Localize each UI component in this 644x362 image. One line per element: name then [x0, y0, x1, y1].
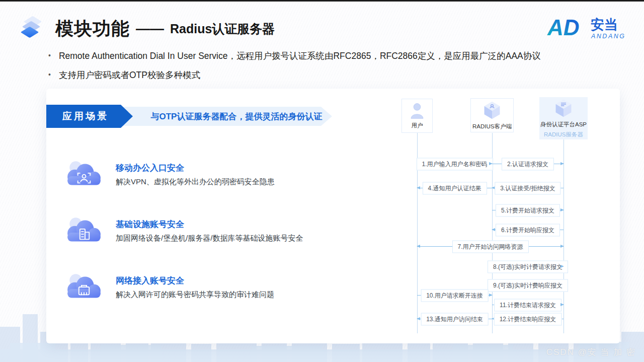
- cube-server-icon: [553, 98, 574, 118]
- bullet-item: • Remote Authentication Dial In User Ser…: [48, 50, 602, 62]
- seq-message-label: 5.计费开始请求报文: [496, 204, 560, 217]
- content-card: 与OTP认证服务器配合，提供灵活的身份认证 应用场景: [46, 89, 620, 343]
- layered-diamond-icon: [21, 15, 48, 42]
- cube-client-icon: [482, 100, 502, 120]
- intro-bullets: • Remote Authentication Dial In User Ser…: [48, 50, 602, 88]
- seq-message-8: 8.(可选)实时计费请求报文: [492, 266, 564, 267]
- feature-network-access: 网络接入账号安全 解决入网许可的账号密码共享导致的审计难问题: [64, 272, 274, 302]
- feature-text: 移动办公入口安全 解决VPN、虚拟化等外出办公的弱密码安全隐患: [116, 162, 275, 187]
- feature-title: 移动办公入口安全: [116, 162, 275, 174]
- bullet-text: Remote Authentication Dial In User Servi…: [59, 50, 541, 62]
- logo-name-en: ANDANG: [591, 33, 625, 40]
- feature-desc: 解决VPN、虚拟化等外出办公的弱密码安全隐患: [116, 177, 275, 187]
- bullet-dot: •: [48, 69, 51, 82]
- actor-radius-client: RADIUS客户端: [470, 98, 514, 132]
- slide-header: 模块功能 —— Radius认证服务器: [21, 15, 275, 42]
- seq-message-7: 7.用户开始访问网络资源: [417, 246, 564, 247]
- seq-message-label: 13.通知用户访问结束: [421, 313, 489, 326]
- page-subtitle: Radius认证服务器: [170, 21, 275, 37]
- top-black-bar: [0, 0, 644, 2]
- csdn-watermark: CSDN @安 当 加 密: [546, 346, 636, 358]
- seq-message-label: 1.用户输入用户名和密码: [416, 158, 493, 171]
- seq-message-label: 9.(可选)实时计费响应报文: [488, 279, 568, 292]
- lan-port-cloud-icon: [64, 272, 104, 302]
- seq-message-11: 11.计费结束请求报文: [492, 305, 564, 305]
- logo-mark: AD: [547, 15, 580, 40]
- slide: 模块功能 —— Radius认证服务器 AD 安当 ANDANG • Remot…: [0, 0, 644, 362]
- seq-message-3: 3.认证接受/拒绝报文: [492, 188, 564, 188]
- page-title: 模块功能: [55, 17, 130, 41]
- seq-message-label: 6.计费开始响应报文: [496, 224, 560, 237]
- andang-logo: AD 安当 ANDANG: [546, 13, 626, 44]
- seq-message-9: 9.(可选)实时计费响应报文: [492, 285, 564, 285]
- seq-message-label: 3.认证接受/拒绝报文: [495, 182, 560, 195]
- feature-title: 网络接入账号安全: [116, 275, 274, 286]
- actor-identity-platform: 身份认证平台ASP RADIUS服务器: [539, 97, 588, 139]
- bullet-text: 支持用户密码或者OTP校验多种模式: [59, 69, 200, 82]
- actor-sublabel: RADIUS服务器: [544, 131, 583, 138]
- seq-message-5: 5.计费开始请求报文: [492, 210, 564, 210]
- scenario-banner-text-band: 与OTP认证服务器配合，提供灵活的身份认证: [122, 107, 332, 126]
- feature-mobile-office: 移动办公入口安全 解决VPN、虚拟化等外出办公的弱密码安全隐患: [64, 159, 275, 189]
- seq-message-12: 12.计费结束响应报文: [492, 319, 564, 319]
- bullet-item: • 支持用户密码或者OTP校验多种模式: [48, 69, 602, 82]
- actor-user: 用户: [401, 99, 433, 133]
- actor-label: 用户: [412, 122, 423, 129]
- seq-message-13: 13.通知用户访问结束: [417, 319, 492, 319]
- face-scan-cloud-icon: [64, 159, 104, 189]
- seq-message-label: 2.认证请求报文: [502, 158, 554, 171]
- feature-desc: 解决入网许可的账号密码共享导致的审计难问题: [116, 290, 274, 300]
- user-icon: [409, 102, 426, 119]
- seq-message-label: 7.用户开始访问网络资源: [452, 241, 528, 253]
- building-cloud-icon: [64, 215, 104, 246]
- seq-message-label: 10.用户请求断开连接: [421, 289, 489, 302]
- actor-label: RADIUS客户端: [472, 123, 512, 130]
- scenario-banner-text: 与OTP认证服务器配合，提供灵活的身份认证: [151, 111, 323, 122]
- feature-text: 网络接入账号安全 解决入网许可的账号密码共享导致的审计难问题: [116, 275, 274, 300]
- seq-message-6: 6.计费开始响应报文: [492, 230, 564, 230]
- seq-message-label: 12.计费结束响应报文: [494, 313, 562, 326]
- scenario-banner-label: 应用场景: [46, 105, 133, 128]
- seq-message-4: 4.通知用户认证结果: [417, 188, 492, 188]
- logo-name-cn: 安当: [591, 17, 618, 32]
- seq-message-label: 11.计费结束请求报文: [494, 299, 561, 312]
- seq-message-10: 10.用户请求断开连接: [417, 295, 492, 296]
- feature-text: 基础设施账号安全 加固网络设备/堡垒机/服务器/数据库等基础设施账号安全: [116, 219, 303, 243]
- actor-label: 身份认证平台ASP: [540, 121, 587, 128]
- scenario-banner-label-text: 应用场景: [62, 110, 109, 123]
- seq-message-2: 2.认证请求报文: [492, 164, 564, 164]
- seq-message-label: 4.通知用户认证结果: [422, 182, 487, 195]
- feature-title: 基础设施账号安全: [116, 219, 303, 230]
- feature-desc: 加固网络设备/堡垒机/服务器/数据库等基础设施账号安全: [116, 234, 303, 243]
- seq-message-label: 8.(可选)实时计费请求报文: [488, 261, 568, 273]
- bullet-dot: •: [48, 50, 51, 62]
- seq-message-1: 1.用户输入用户名和密码: [417, 164, 492, 164]
- feature-infrastructure: 基础设施账号安全 加固网络设备/堡垒机/服务器/数据库等基础设施账号安全: [64, 215, 303, 246]
- title-dash: ——: [136, 21, 164, 37]
